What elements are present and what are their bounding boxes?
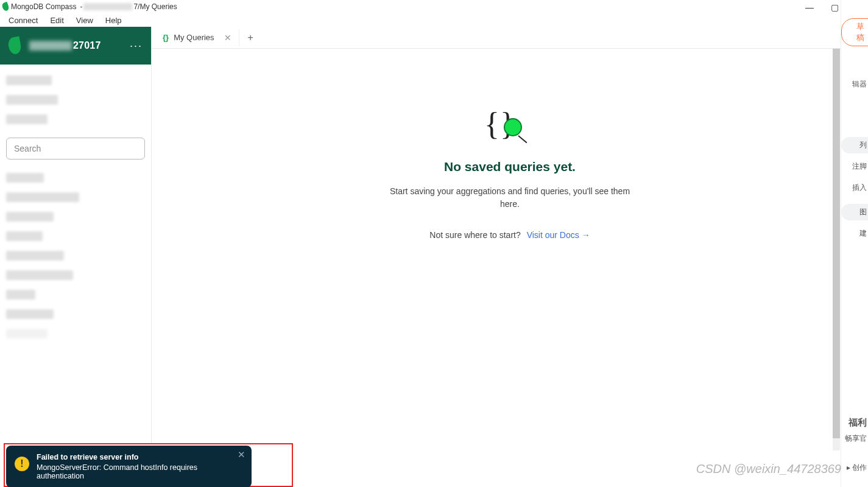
scrollbar[interactable] bbox=[833, 49, 840, 450]
watermark: CSDN @weixin_44728369 bbox=[696, 462, 841, 476]
mongodb-leaf-icon bbox=[7, 36, 23, 55]
rp-tag[interactable]: 图 bbox=[841, 204, 868, 220]
empty-help: Not sure where to start? Visit our Docs … bbox=[429, 230, 590, 240]
right-side-panel: 草稿 辑器 列 注脚 插入 图 建 福利 畅享官 ▸ 创作 bbox=[841, 0, 868, 487]
sidebar-item-blurred bbox=[6, 231, 43, 241]
main-area: 27017 ··· Search {} My Queries ✕ bbox=[0, 27, 868, 487]
search-input[interactable]: Search bbox=[6, 138, 145, 159]
add-tab-button[interactable]: + bbox=[239, 29, 262, 47]
sidebar-item-blurred bbox=[6, 270, 73, 280]
connection-port: 27017 bbox=[73, 40, 101, 51]
draft-pill[interactable]: 草稿 bbox=[841, 18, 868, 46]
scrollbar-thumb[interactable] bbox=[833, 49, 840, 438]
toast-title: Failed to retrieve server info bbox=[37, 453, 243, 461]
maximize-button[interactable]: ▢ bbox=[831, 2, 839, 12]
menu-edit[interactable]: Edit bbox=[44, 15, 69, 26]
tab-bar: {} My Queries ✕ + bbox=[152, 27, 868, 49]
window-controls: — ▢ bbox=[800, 0, 844, 15]
sidebar-item-blurred bbox=[6, 309, 54, 319]
close-toast-icon[interactable]: ✕ bbox=[238, 449, 245, 460]
sidebar-item-blurred bbox=[6, 251, 64, 261]
mongodb-leaf-icon bbox=[1, 2, 10, 12]
connection-menu-button[interactable]: ··· bbox=[130, 40, 143, 52]
sidebar-item-blurred bbox=[6, 114, 48, 124]
menu-view[interactable]: View bbox=[70, 15, 99, 26]
rp-text: 福利 bbox=[849, 417, 867, 429]
sidebar-item-blurred bbox=[6, 75, 52, 85]
tab-label: My Queries bbox=[174, 33, 214, 42]
rp-text: ▸ 创作 bbox=[847, 463, 867, 473]
sidebar-item-blurred bbox=[6, 192, 79, 202]
rp-text: 畅享官 bbox=[845, 433, 867, 444]
connection-label: 27017 bbox=[29, 40, 130, 51]
rp-text: 建 bbox=[859, 228, 867, 239]
close-tab-icon[interactable]: ✕ bbox=[224, 33, 231, 43]
sidebar-item-blurred bbox=[6, 95, 58, 105]
menubar: Connect Edit View Help bbox=[0, 13, 868, 27]
empty-subtitle: Start saving your aggregations and find … bbox=[388, 185, 632, 211]
menu-help[interactable]: Help bbox=[99, 15, 128, 26]
sidebar-item-blurred bbox=[6, 329, 48, 338]
braces-icon: {} bbox=[163, 33, 169, 42]
menu-connect[interactable]: Connect bbox=[2, 15, 44, 26]
empty-queries-icon: { } bbox=[488, 110, 532, 146]
sidebar-body: Search bbox=[0, 65, 151, 349]
titlebar: MongoDB Compass - 7/My Queries — ▢ bbox=[0, 0, 868, 13]
toast-message: MongoServerError: Command hostInfo requi… bbox=[37, 463, 243, 480]
content-area: {} My Queries ✕ + { } No saved queries y… bbox=[152, 27, 868, 487]
warning-icon: ! bbox=[15, 457, 29, 471]
sidebar-header: 27017 ··· bbox=[0, 27, 151, 65]
rp-text: 注脚 bbox=[852, 161, 867, 172]
app-name: MongoDB Compass bbox=[11, 2, 76, 11]
rp-text: 插入 bbox=[852, 183, 867, 193]
rp-text: 辑器 bbox=[852, 79, 867, 89]
sidebar-item-blurred bbox=[6, 173, 44, 183]
title-path-blurred bbox=[83, 3, 132, 10]
sidebar-item-blurred bbox=[6, 290, 35, 300]
connection-host-blurred bbox=[29, 41, 72, 51]
toast-highlight-box: ! Failed to retrieve server info MongoSe… bbox=[4, 443, 293, 487]
sidebar-item-blurred bbox=[6, 212, 54, 222]
title-path-suffix: 7/My Queries bbox=[133, 2, 177, 11]
error-toast: ! Failed to retrieve server info MongoSe… bbox=[6, 446, 252, 487]
empty-state: { } No saved queries yet. Start saving y… bbox=[152, 49, 868, 487]
empty-title: No saved queries yet. bbox=[444, 159, 576, 174]
visit-docs-link[interactable]: Visit our Docs → bbox=[527, 230, 590, 240]
empty-help-text: Not sure where to start? bbox=[429, 230, 520, 240]
rp-tag[interactable]: 列 bbox=[841, 137, 868, 153]
minimize-button[interactable]: — bbox=[805, 2, 814, 12]
sidebar: 27017 ··· Search bbox=[0, 27, 152, 487]
tab-my-queries[interactable]: {} My Queries ✕ bbox=[155, 29, 239, 46]
